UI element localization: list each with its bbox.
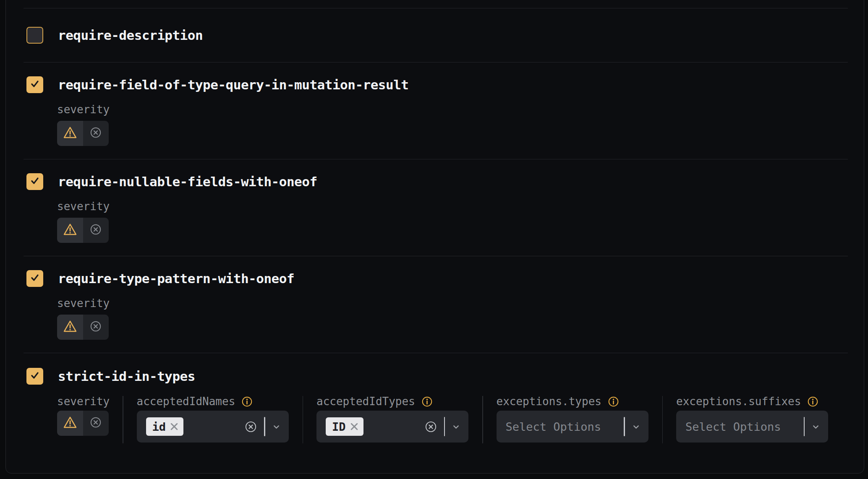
severity-warn-button[interactable]: [57, 121, 83, 146]
severity-warn-button[interactable]: [57, 218, 83, 243]
clear-selection-icon[interactable]: [424, 420, 437, 433]
field-divider: [444, 417, 445, 436]
info-icon[interactable]: [241, 396, 253, 407]
severity-warn-button[interactable]: [57, 411, 83, 436]
rule-name: require-description: [58, 28, 203, 43]
option-label: acceptedIdNames: [137, 396, 235, 407]
rule-name: require-field-of-type-query-in-mutation-…: [58, 77, 409, 92]
field-divider: [804, 417, 805, 436]
severity-off-button[interactable]: [83, 411, 109, 436]
rule-checkbox[interactable]: [26, 368, 43, 385]
rule-row: strict-id-in-types severity: [24, 353, 848, 443]
clear-selection-icon[interactable]: [244, 420, 257, 433]
circle-x-icon: [89, 416, 102, 430]
rule-checkbox[interactable]: [26, 270, 43, 287]
circle-x-icon: [89, 320, 102, 334]
severity-toggle: [57, 315, 109, 340]
multiselect-field[interactable]: id: [137, 411, 289, 443]
info-icon[interactable]: [421, 396, 433, 407]
info-icon[interactable]: [608, 396, 619, 407]
selected-option-chip: ID: [326, 417, 363, 436]
severity-toggle: [57, 411, 109, 436]
multiselect-field[interactable]: Select Options: [497, 411, 648, 443]
severity-toggle: [57, 121, 109, 146]
severity-label: severity: [57, 104, 848, 115]
severity-label: severity: [57, 297, 848, 309]
warning-triangle-icon: [63, 415, 78, 431]
rule-row: require-field-of-type-query-in-mutation-…: [24, 62, 848, 159]
checkmark-icon: [29, 175, 40, 188]
rule-name: require-nullable-fields-with-oneof: [58, 174, 317, 189]
chip-remove-icon[interactable]: [350, 423, 358, 430]
severity-label: severity: [57, 200, 848, 212]
warning-triangle-icon: [63, 222, 78, 238]
severity-off-button[interactable]: [83, 218, 109, 243]
checkmark-icon: [29, 78, 40, 91]
severity-warn-button[interactable]: [57, 315, 83, 340]
severity-label: severity: [57, 396, 123, 407]
multiselect-field[interactable]: ID: [316, 411, 468, 443]
field-divider: [624, 417, 625, 436]
rule-checkbox[interactable]: [26, 27, 43, 44]
option-label: exceptions.types: [497, 396, 601, 407]
chevron-down-icon[interactable]: [271, 422, 282, 432]
rule-name: strict-id-in-types: [58, 369, 195, 384]
chevron-down-icon[interactable]: [451, 422, 461, 432]
select-placeholder: Select Options: [685, 420, 781, 433]
option-label: acceptedIdTypes: [316, 396, 415, 407]
option-label: exceptions.suffixes: [676, 396, 801, 407]
severity-off-button[interactable]: [83, 315, 109, 340]
rule-name: require-type-pattern-with-oneof: [58, 271, 294, 286]
rule-checkbox[interactable]: [26, 76, 43, 93]
warning-triangle-icon: [63, 319, 78, 335]
chevron-down-icon[interactable]: [810, 422, 821, 432]
rule-row: require-description: [24, 8, 848, 62]
severity-toggle: [57, 218, 109, 243]
field-divider: [264, 417, 265, 436]
rule-checkbox[interactable]: [26, 173, 43, 190]
multiselect-field[interactable]: Select Options: [676, 411, 828, 443]
selected-option-chip: id: [146, 417, 184, 436]
info-icon[interactable]: [807, 396, 818, 407]
checkmark-icon: [29, 272, 40, 285]
checkmark-icon: [29, 370, 40, 383]
rule-row: require-nullable-fields-with-oneof sever…: [24, 159, 848, 256]
warning-triangle-icon: [63, 125, 78, 141]
select-placeholder: Select Options: [506, 420, 601, 433]
rule-options: severity: [57, 396, 848, 443]
chip-label: id: [152, 420, 166, 433]
chevron-down-icon[interactable]: [631, 422, 641, 432]
circle-x-icon: [89, 126, 102, 141]
rule-row: require-type-pattern-with-oneof severity: [24, 256, 848, 353]
severity-off-button[interactable]: [83, 121, 109, 146]
chip-label: ID: [332, 420, 346, 433]
chip-remove-icon[interactable]: [170, 423, 178, 430]
rules-card: require-description require-field-of-typ…: [5, 0, 864, 474]
circle-x-icon: [89, 223, 102, 237]
